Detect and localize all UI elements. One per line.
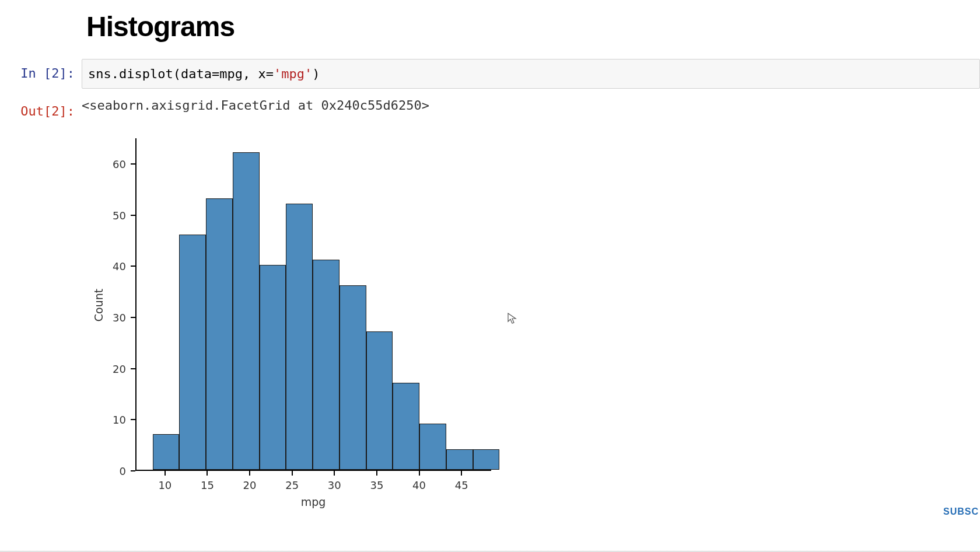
histogram-bar <box>446 449 473 470</box>
x-tick-mark <box>206 471 208 476</box>
histogram-bar <box>340 285 366 470</box>
x-tick-label: 35 <box>370 479 383 491</box>
y-tick-mark <box>131 215 135 216</box>
histogram-bar <box>393 383 419 470</box>
subscribe-badge[interactable]: SUBSC <box>943 506 980 517</box>
histogram-bar <box>473 449 500 470</box>
x-tick-label: 10 <box>158 479 172 491</box>
x-tick-label: 20 <box>243 479 257 491</box>
y-tick-label: 40 <box>113 260 126 272</box>
x-tick-mark <box>164 471 166 476</box>
code-token: = <box>212 67 219 81</box>
code-token: sns.displot(data <box>88 67 212 81</box>
code-string: 'mpg' <box>274 67 312 81</box>
y-tick-mark <box>131 470 135 471</box>
cursor-icon <box>508 313 517 327</box>
x-tick-mark <box>376 471 377 476</box>
histogram-chart: Count 0102030405060 1015202530354045 mpg <box>86 136 506 509</box>
histogram-bar <box>260 265 286 470</box>
y-tick-label: 60 <box>113 158 126 170</box>
y-tick-mark <box>131 419 135 420</box>
y-tick-mark <box>131 317 135 318</box>
y-tick-mark <box>131 368 135 369</box>
output-text: <seaborn.axisgrid.FacetGrid at 0x240c55d… <box>82 97 429 113</box>
x-axis-ticks: 1015202530354045 <box>135 472 491 495</box>
histogram-bar <box>206 198 233 470</box>
y-tick-label: 10 <box>113 414 126 426</box>
code-token: ) <box>312 67 320 81</box>
x-tick-label: 15 <box>201 479 214 491</box>
x-tick-label: 25 <box>285 479 299 491</box>
y-tick-label: 20 <box>113 362 126 375</box>
x-tick-mark <box>249 471 250 476</box>
output-cell-row: Out[2]: <seaborn.axisgrid.FacetGrid at 0… <box>0 97 980 118</box>
input-prompt: In [2]: <box>0 59 82 81</box>
code-token: = <box>266 67 274 81</box>
histogram-bar <box>153 434 180 470</box>
output-prompt: Out[2]: <box>0 97 82 118</box>
x-tick-label: 40 <box>412 479 426 491</box>
x-tick-label: 45 <box>455 479 468 491</box>
x-axis-label: mpg <box>135 495 491 508</box>
input-cell-row: In [2]: sns.displot(data=mpg, x='mpg') <box>0 59 980 89</box>
bars-container <box>136 138 491 470</box>
x-tick-mark <box>292 471 293 476</box>
histogram-bar <box>233 152 260 470</box>
y-tick-label: 0 <box>120 465 126 477</box>
plot-area <box>135 138 491 471</box>
y-tick-mark <box>131 163 135 165</box>
y-tick-mark <box>131 265 135 267</box>
x-tick-mark <box>461 471 462 476</box>
histogram-bar <box>179 235 206 470</box>
section-heading: Histograms <box>86 11 980 43</box>
y-tick-label: 30 <box>113 311 126 323</box>
y-axis-ticks: 0102030405060 <box>86 138 132 471</box>
histogram-bar <box>313 260 340 470</box>
histogram-bar <box>366 331 393 470</box>
y-tick-label: 50 <box>113 209 126 221</box>
x-tick-mark <box>419 471 420 476</box>
histogram-bar <box>419 424 446 470</box>
code-token: mpg, x <box>219 67 265 81</box>
x-tick-label: 30 <box>328 479 341 491</box>
x-tick-mark <box>334 471 335 476</box>
code-cell[interactable]: sns.displot(data=mpg, x='mpg') <box>82 59 980 89</box>
histogram-bar <box>286 204 313 470</box>
